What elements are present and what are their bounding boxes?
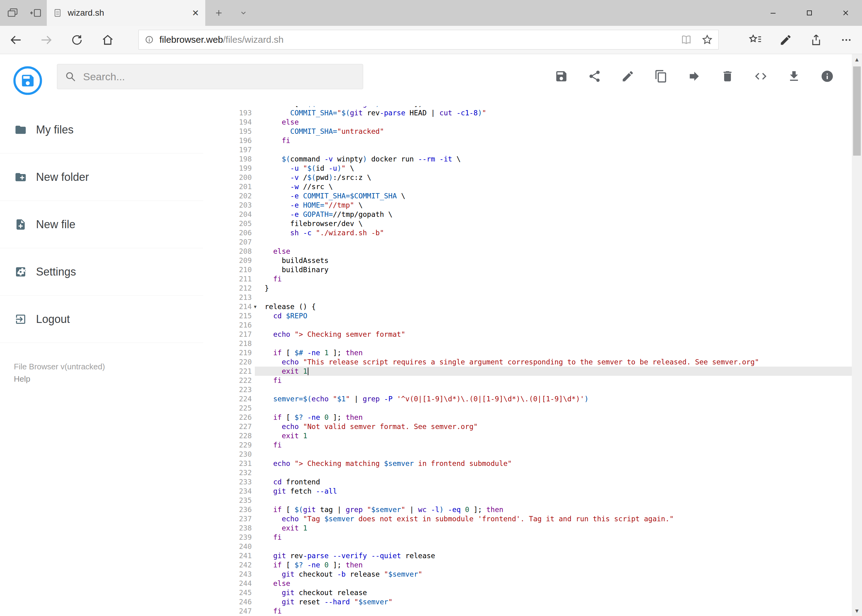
minimize-button[interactable] [757, 0, 789, 26]
code-line-221[interactable]: 221 exit 1 [203, 366, 852, 376]
code-line-229[interactable]: 229 fi [203, 440, 852, 449]
code-line-236[interactable]: 236 if [ $(git tag | grep "$semver" | wc… [203, 505, 852, 514]
close-button[interactable] [830, 0, 862, 26]
back-button[interactable] [4, 28, 28, 52]
code-line-230[interactable]: 230 [203, 449, 852, 459]
raw-code-button[interactable] [752, 67, 770, 85]
sidebar-item-settings[interactable]: Settings [0, 248, 203, 295]
favorite-star-icon[interactable] [701, 34, 713, 46]
code-line-228[interactable]: 228 exit 1 [203, 431, 852, 440]
sidebar-item-logout[interactable]: Logout [0, 295, 203, 343]
tab-preview-toggle[interactable] [233, 0, 254, 26]
code-line-223[interactable]: 223 [203, 385, 852, 394]
code-line-194[interactable]: 194 else [203, 118, 852, 127]
info-button[interactable] [818, 67, 837, 85]
code-line-209[interactable]: 209 buildAssets [203, 256, 852, 265]
code-line-198[interactable]: 198 $(command -v winpty) docker run --rm… [203, 154, 852, 163]
code-line-239[interactable]: 239 fi [203, 533, 852, 542]
code-line-222[interactable]: 222 fi [203, 376, 852, 385]
code-line-204[interactable]: 204 -e GOPATH=//tmp/gopath \ [203, 210, 852, 219]
code-line-219[interactable]: 219 if [ $# -ne 1 ]; then [203, 348, 852, 357]
fold-arrow-icon[interactable]: ▾ [254, 302, 257, 311]
code-line-196[interactable]: 196 fi [203, 136, 852, 145]
code-line-210[interactable]: 210 buildBinary [203, 265, 852, 274]
help-link[interactable]: Help [14, 374, 30, 384]
copy-button[interactable] [652, 67, 670, 85]
delete-button[interactable] [718, 67, 737, 85]
code-line-212[interactable]: 212} [203, 284, 852, 293]
code-line-205[interactable]: 205 filebrowser/dev \ [203, 219, 852, 228]
set-tabs-aside-button[interactable] [26, 0, 46, 26]
hub-favorites-button[interactable] [743, 28, 768, 52]
scrollbar[interactable]: ▲ ▼ [852, 54, 862, 616]
forward-button[interactable] [34, 28, 58, 52]
code-line-226[interactable]: 226 if [ $? -ne 0 ]; then [203, 413, 852, 422]
search-box[interactable] [57, 64, 363, 89]
tab-close-icon[interactable]: ✕ [192, 8, 199, 18]
code-line-202[interactable]: 202 -e COMMIT_SHA=$COMMIT_SHA \ [203, 191, 852, 201]
code-line-245[interactable]: 245 git checkout release [203, 588, 852, 597]
code-line-220[interactable]: 220 echo "This release script requires a… [203, 357, 852, 366]
reading-view-icon[interactable] [681, 34, 692, 46]
code-line-225[interactable]: 225 [203, 404, 852, 413]
code-line-193[interactable]: 193 COMMIT_SHA="$(git rev-parse HEAD | c… [203, 108, 852, 118]
code-line-192[interactable]: 192 if [ "$(command -v git)" != "" ]; th… [203, 106, 852, 108]
save-button[interactable] [552, 67, 570, 85]
code-line-247[interactable]: 247 fi [203, 607, 852, 616]
code-line-195[interactable]: 195 COMMIT_SHA="untracked" [203, 127, 852, 136]
share-button[interactable] [585, 67, 604, 85]
code-line-199[interactable]: 199 -u "$(id -u)" \ [203, 163, 852, 173]
search-input[interactable] [83, 71, 355, 83]
move-button[interactable] [685, 67, 703, 85]
refresh-button[interactable] [65, 28, 89, 52]
tabs-set-aside-list-button[interactable] [2, 0, 24, 26]
code-line-238[interactable]: 238 exit 1 [203, 523, 852, 533]
scroll-up-arrow[interactable]: ▲ [852, 54, 862, 64]
code-line-206[interactable]: 206 sh -c "./wizard.sh -b" [203, 228, 852, 237]
rename-button[interactable] [619, 67, 637, 85]
code-line-246[interactable]: 246 git reset --hard "$semver" [203, 597, 852, 607]
code-line-240[interactable]: 240 [203, 542, 852, 551]
more-options-button[interactable] [834, 28, 859, 52]
code-line-214[interactable]: 214▾release () { [203, 302, 852, 311]
sidebar-item-new-file[interactable]: New file [0, 201, 203, 248]
code-line-211[interactable]: 211 fi [203, 274, 852, 284]
code-line-217[interactable]: 217 echo "> Checking semver format" [203, 330, 852, 339]
code-line-216[interactable]: 216 [203, 321, 852, 330]
code-line-218[interactable]: 218 [203, 339, 852, 348]
code-line-213[interactable]: 213 [203, 293, 852, 302]
code-line-197[interactable]: 197 [203, 145, 852, 154]
share-page-button[interactable] [804, 28, 829, 52]
address-bar[interactable]: filebrowser.web/files/wizard.sh [139, 30, 719, 50]
scroll-down-arrow[interactable]: ▼ [852, 605, 862, 616]
code-line-242[interactable]: 242 if [ $? -ne 0 ]; then [203, 560, 852, 570]
filebrowser-logo[interactable] [13, 66, 43, 95]
new-tab-button[interactable] [208, 0, 230, 26]
code-line-244[interactable]: 244 else [203, 579, 852, 588]
code-line-234[interactable]: 234 git fetch --all [203, 487, 852, 496]
code-line-237[interactable]: 237 echo "Tag $semver does not exist in … [203, 514, 852, 523]
code-line-243[interactable]: 243 git checkout -b release "$semver" [203, 570, 852, 579]
code-line-233[interactable]: 233 cd frontend [203, 477, 852, 487]
sidebar-item-new-folder[interactable]: New folder [0, 154, 203, 201]
download-button[interactable] [785, 67, 803, 85]
scrollbar-thumb[interactable] [853, 66, 861, 156]
code-line-227[interactable]: 227 echo "Not valid semver format. See s… [203, 422, 852, 431]
web-notes-button[interactable] [773, 28, 798, 52]
home-button[interactable] [95, 28, 120, 52]
code-line-203[interactable]: 203 -e HOME="//tmp" \ [203, 201, 852, 210]
code-line-207[interactable]: 207 [203, 237, 852, 247]
code-line-200[interactable]: 200 -v /$(pwd):/src:z \ [203, 173, 852, 182]
code-line-215[interactable]: 215 cd $REPO [203, 311, 852, 321]
code-line-201[interactable]: 201 -w //src \ [203, 182, 852, 191]
code-line-235[interactable]: 235 [203, 496, 852, 505]
code-line-241[interactable]: 241 git rev-parse --verify --quiet relea… [203, 551, 852, 560]
sidebar-item-my-files[interactable]: My files [0, 106, 203, 154]
code-line-232[interactable]: 232 [203, 468, 852, 477]
code-line-208[interactable]: 208 else [203, 247, 852, 256]
site-info-icon[interactable] [144, 35, 154, 45]
browser-tab[interactable]: wizard.sh ✕ [47, 0, 205, 26]
code-editor[interactable]: 192 if [ "$(command -v git)" != "" ]; th… [203, 106, 852, 616]
code-line-224[interactable]: 224 semver=$(echo "$1" | grep -P '^v(0|[… [203, 394, 852, 404]
maximize-button[interactable] [793, 0, 826, 26]
